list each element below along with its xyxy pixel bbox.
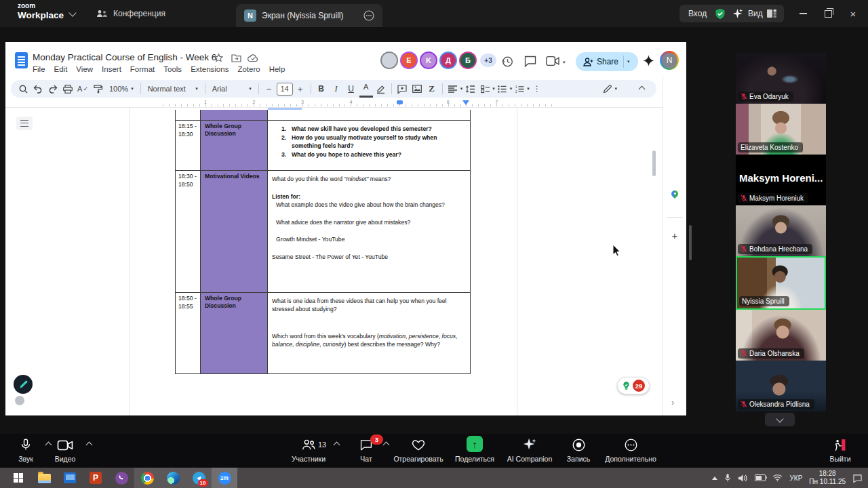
ruler-margin-marker[interactable] [462, 100, 469, 105]
ai-companion-button[interactable]: AI Companion [500, 436, 559, 466]
account-avatar[interactable]: N [660, 51, 679, 70]
action-center-icon[interactable] [852, 474, 863, 483]
align-dropdown-icon[interactable]: ▾ [460, 86, 463, 92]
document-title[interactable]: Monday Practical Course of English - Wee… [33, 52, 216, 62]
editing-mode-pen-icon[interactable] [600, 81, 614, 96]
menu-view[interactable]: View [76, 65, 93, 73]
tray-wifi-icon[interactable] [772, 474, 783, 482]
suggestions-pill[interactable]: 29 [617, 377, 650, 394]
share-dropdown-icon[interactable]: ▾ [627, 59, 630, 64]
minimize-button[interactable] [791, 0, 814, 27]
pen-input-fab[interactable] [14, 375, 33, 394]
chevron-up-icon[interactable] [334, 442, 340, 449]
menu-format[interactable]: Format [130, 65, 155, 73]
ruler-indent-marker[interactable] [397, 100, 403, 104]
view-button[interactable]: Вид [748, 9, 763, 18]
meet-dropdown-icon[interactable]: ▾ [563, 60, 566, 65]
taskbar-start[interactable] [5, 468, 31, 488]
collaborator-avatar-e[interactable]: E [401, 53, 416, 68]
font-size-value[interactable]: 14 [277, 83, 293, 96]
participants-button[interactable]: 13Участники [283, 436, 334, 466]
comments-icon[interactable] [524, 56, 536, 67]
tray-volume-icon[interactable] [738, 474, 748, 483]
font-size-decrease[interactable]: − [262, 81, 276, 96]
taskbar-chrome[interactable] [134, 468, 160, 488]
tab-screen-share[interactable]: N Экран (Nyissia Spruill) [236, 4, 382, 27]
collaborator-avatar-k[interactable]: K [421, 53, 436, 68]
video-button[interactable]: Видео [45, 436, 85, 466]
move-folder-icon[interactable] [231, 54, 241, 62]
shared-screen-scrollbar[interactable] [689, 225, 692, 260]
cloud-saved-icon[interactable] [248, 54, 259, 62]
numbered-list-dropdown-icon[interactable]: ▾ [527, 86, 530, 92]
search-icon[interactable] [16, 81, 30, 96]
star-icon[interactable] [214, 54, 223, 62]
restore-button[interactable] [816, 0, 840, 27]
zoom-select[interactable]: 100%▾ [105, 85, 138, 93]
zotero-icon[interactable]: Z [425, 81, 439, 96]
taskbar-viber[interactable] [108, 468, 134, 488]
tab-meeting[interactable]: Конференция [96, 5, 165, 22]
schedule-table[interactable]: 18:15 -18:30Whole Group Discussion1.What… [175, 110, 471, 374]
font-size-increase[interactable]: + [294, 81, 307, 96]
more-formatting-icon[interactable]: ⋮ [530, 81, 544, 96]
menu-tools[interactable]: Tools [163, 65, 182, 73]
chat-button[interactable]: 3Чат [347, 436, 385, 466]
taskbar-powerpoint[interactable]: P [83, 468, 108, 488]
language-indicator[interactable]: УКР [789, 474, 802, 482]
align-button[interactable] [446, 81, 460, 96]
ai-sparkle-icon[interactable] [732, 9, 743, 19]
highlight-button[interactable] [374, 81, 388, 96]
menu-insert[interactable]: Insert [102, 65, 121, 73]
insert-comment-icon[interactable] [395, 81, 409, 96]
taskbar-telegram[interactable]: 10 [186, 468, 212, 488]
more-button[interactable]: Дополнительно [599, 436, 662, 466]
add-addon-icon[interactable]: + [669, 230, 680, 241]
collaborator-avatar-u3[interactable]: Д [441, 53, 456, 68]
collaborator-avatar-photo[interactable] [382, 53, 397, 68]
meet-video-icon[interactable] [546, 56, 559, 66]
participant-tile-bohdana-hrechana[interactable]: Bohdana Hrechana [736, 205, 826, 256]
collapse-menus-icon[interactable] [635, 81, 648, 96]
security-shield-icon[interactable] [715, 8, 726, 20]
numbered-list-button[interactable]: 12 [513, 81, 526, 96]
tray-mic-icon[interactable] [724, 473, 731, 483]
tray-expand-icon[interactable] [712, 476, 717, 480]
menu-edit[interactable]: Edit [54, 65, 68, 73]
bulleted-list-button[interactable] [496, 81, 509, 96]
react-button[interactable]: Отреагировать [388, 436, 449, 466]
paragraph-style-select[interactable]: Normal text▾ [144, 85, 202, 93]
participant-tile-elizaveta-kostenko[interactable]: Elizaveta Kostenko [736, 104, 826, 155]
italic-button[interactable]: I [330, 81, 343, 96]
record-button[interactable]: Запись [559, 436, 597, 466]
audio-button[interactable]: Звук [7, 436, 45, 466]
line-spacing-button[interactable] [463, 81, 477, 96]
tab-options-icon[interactable] [363, 10, 374, 21]
menu-help[interactable]: Help [269, 65, 285, 73]
tray-battery-icon[interactable] [755, 474, 766, 481]
text-color-button[interactable]: A [359, 80, 373, 98]
login-button[interactable]: Вход [688, 9, 707, 18]
bold-button[interactable]: B [315, 81, 328, 96]
menu-extensions[interactable]: Extensions [191, 65, 229, 73]
taskbar-display[interactable] [57, 468, 83, 488]
input-tools-fab[interactable] [15, 396, 24, 405]
menu-file[interactable]: File [33, 65, 45, 73]
taskbar-zoom[interactable]: zm [212, 468, 237, 488]
participant-tile-eva-odaryuk[interactable]: Eva Odaryuk [736, 53, 826, 104]
collaborator-avatar-u4[interactable]: Б [460, 53, 475, 68]
insert-image-icon[interactable] [410, 81, 424, 96]
underline-button[interactable]: U [344, 81, 358, 96]
redo-icon[interactable] [46, 81, 60, 96]
workspace-chevron-icon[interactable] [68, 9, 76, 16]
taskbar-clock[interactable]: 18:28 Пн 10.11.25 [809, 470, 846, 487]
chevron-up-icon[interactable] [86, 442, 93, 449]
participant-tile-oleksandra-pidlisna[interactable]: Oleksandra Pidlisna [736, 361, 826, 411]
spellcheck-icon[interactable]: A✓ [76, 81, 90, 96]
taskbar-explorer[interactable] [31, 468, 57, 488]
collapse-tiles-button[interactable] [765, 413, 795, 426]
share-button[interactable]: ↑Поделиться [451, 436, 498, 466]
bulleted-list-dropdown-icon[interactable]: ▾ [510, 86, 513, 92]
font-select[interactable]: Arial▾ [208, 85, 256, 93]
participant-tile-maksym-horeniuk[interactable]: Maksym Horeni...Maksym Horeniuk [736, 155, 826, 205]
